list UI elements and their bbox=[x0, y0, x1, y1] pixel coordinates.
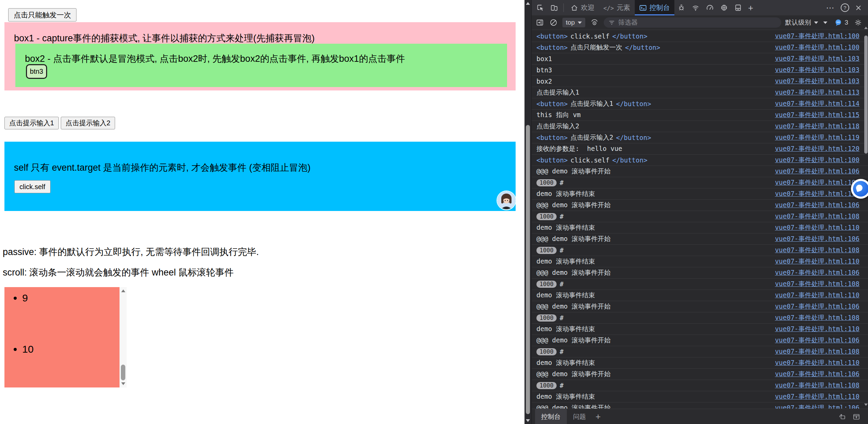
close-devtools-icon[interactable] bbox=[852, 0, 865, 15]
repeat-count-badge: 1000 bbox=[536, 281, 557, 288]
console-scrollbar[interactable] bbox=[864, 30, 868, 409]
devtools-tab-performance[interactable] bbox=[703, 0, 717, 15]
source-link[interactable]: vue07-事件处理.html:106 bbox=[770, 167, 859, 176]
context-selector[interactable]: top bbox=[562, 18, 585, 27]
scroll-up-icon[interactable] bbox=[121, 289, 125, 292]
console-icon bbox=[639, 4, 647, 12]
console-settings-gear-icon[interactable] bbox=[853, 18, 863, 27]
element-text: 点击提示输入1 bbox=[571, 99, 613, 108]
source-link[interactable]: vue07-事件处理.html:120 bbox=[770, 144, 859, 153]
source-link[interactable]: vue07-事件处理.html:106 bbox=[770, 302, 859, 311]
filter-level-dropdown[interactable] bbox=[822, 22, 829, 24]
console-scrollbar-thumb[interactable] bbox=[864, 36, 868, 154]
source-link[interactable]: vue07-事件处理.html:115 bbox=[770, 111, 859, 119]
console-log-row: <button>点击只能触发一次</button>vue07-事件处理.html… bbox=[532, 42, 868, 53]
source-link[interactable]: vue07-事件处理.html:108 bbox=[770, 178, 859, 187]
copilot-floating-button[interactable] bbox=[851, 179, 868, 199]
console-filter-input[interactable]: 筛选器 bbox=[604, 17, 781, 28]
drawer-tab-issues[interactable]: 问题 bbox=[567, 409, 592, 424]
clear-console-icon[interactable] bbox=[548, 18, 559, 27]
more-options-icon[interactable] bbox=[823, 0, 838, 15]
list-scrollbar-thumb[interactable] bbox=[121, 365, 125, 380]
help-icon[interactable] bbox=[841, 3, 849, 12]
devtools-tab-memory[interactable] bbox=[717, 0, 731, 15]
source-link[interactable]: vue07-事件处理.html:100 bbox=[770, 32, 859, 41]
console-log-row: <button>点击提示输入1</button>vue07-事件处理.html:… bbox=[532, 98, 868, 110]
source-link[interactable]: vue07-事件处理.html:110 bbox=[770, 291, 859, 300]
page-scrollbar-thumb[interactable] bbox=[526, 125, 530, 414]
source-link[interactable]: vue07-事件处理.html:108 bbox=[770, 246, 859, 255]
box2-bubble-area[interactable]: box2 - 点击事件默认是冒泡模式, 点击box2时, 先触发box2的点击事… bbox=[15, 44, 507, 87]
list-scrollbar[interactable] bbox=[120, 287, 127, 387]
source-link[interactable]: vue07-事件处理.html:108 bbox=[770, 347, 859, 356]
restore-panel-icon[interactable] bbox=[835, 409, 849, 424]
source-link[interactable]: vue07-事件处理.html:108 bbox=[770, 381, 859, 390]
device-toolbar-icon[interactable] bbox=[547, 0, 561, 15]
tip-input2-button[interactable]: 点击提示输入2 bbox=[61, 117, 115, 129]
repeat-count-badge: 1000 bbox=[536, 247, 557, 254]
drawer-tab-console[interactable]: 控制台 bbox=[535, 409, 567, 424]
live-expression-eye-icon[interactable] bbox=[589, 18, 600, 27]
console-sidebar-icon[interactable] bbox=[535, 19, 545, 26]
scroll-down-icon[interactable] bbox=[864, 404, 868, 406]
source-link[interactable]: vue07-事件处理.html:103 bbox=[770, 54, 859, 63]
click-self-button[interactable]: click.self bbox=[14, 180, 51, 193]
source-link[interactable]: vue07-事件处理.html:100 bbox=[770, 156, 859, 165]
page-scrollbar[interactable] bbox=[524, 0, 531, 424]
source-link[interactable]: vue07-事件处理.html:106 bbox=[770, 201, 859, 210]
devtools-tab-application[interactable] bbox=[731, 0, 745, 15]
source-link[interactable]: vue07-事件处理.html:103 bbox=[770, 66, 859, 74]
source-link[interactable]: vue07-事件处理.html:108 bbox=[770, 212, 859, 221]
source-link[interactable]: vue07-事件处理.html:108 bbox=[770, 280, 859, 288]
source-link[interactable]: vue07-事件处理.html:106 bbox=[770, 370, 859, 379]
tip-input1-button[interactable]: 点击提示输入1 bbox=[4, 117, 59, 129]
devtools-tab-sources[interactable] bbox=[674, 0, 688, 15]
log-text: demo 滚动事件结束 bbox=[536, 189, 595, 198]
issues-counter[interactable]: 3 bbox=[835, 19, 848, 26]
btn3-button[interactable]: btn3 bbox=[26, 64, 47, 79]
avatar[interactable] bbox=[498, 192, 515, 209]
source-link[interactable]: vue07-事件处理.html:106 bbox=[770, 268, 859, 277]
devtools-tab-network[interactable] bbox=[688, 0, 703, 15]
source-link[interactable]: vue07-事件处理.html:110 bbox=[770, 223, 859, 232]
source-link[interactable]: vue07-事件处理.html:119 bbox=[770, 133, 859, 142]
log-text: demo 滚动事件结束 bbox=[536, 291, 595, 300]
trigger-once-button[interactable]: 点击只能触发一次 bbox=[8, 8, 76, 22]
source-link[interactable]: vue07-事件处理.html:106 bbox=[770, 235, 859, 243]
devtools-tab-console[interactable]: 控制台 bbox=[635, 0, 674, 15]
source-link[interactable]: vue07-事件处理.html:118 bbox=[770, 122, 859, 131]
expand-panel-icon[interactable] bbox=[849, 409, 864, 424]
source-link[interactable]: vue07-事件处理.html:106 bbox=[770, 336, 859, 345]
source-link[interactable]: vue07-事件处理.html:103 bbox=[770, 77, 859, 86]
devtools-tab-more-tools-icon[interactable]: + bbox=[745, 0, 756, 15]
tab-label: 元素 bbox=[617, 3, 630, 12]
scroll-down-icon[interactable] bbox=[526, 419, 530, 422]
source-link[interactable]: vue07-事件处理.html:108 bbox=[770, 313, 859, 322]
source-link[interactable]: vue07-事件处理.html:110 bbox=[770, 325, 859, 334]
click-self-area[interactable]: self 只有 event.target 是当前操作的元素时, 才会触发事件 (… bbox=[4, 142, 516, 211]
inspect-element-icon[interactable] bbox=[534, 0, 547, 15]
source-link[interactable]: vue07-事件处理.html:110 bbox=[770, 257, 859, 266]
scroll-up-icon[interactable] bbox=[526, 2, 530, 5]
source-link[interactable]: vue07-事件处理.html:110 bbox=[770, 189, 859, 198]
log-text: # bbox=[560, 382, 563, 389]
console-log-row: demo 滚动事件结束vue07-事件处理.html:110 bbox=[532, 357, 868, 369]
source-link[interactable]: vue07-事件处理.html:110 bbox=[770, 392, 859, 401]
box1-capture-area[interactable]: box1 - capture事件的捕获模式, 让事件以捕获的方式来处理(先捕获再… bbox=[4, 22, 516, 90]
context-selector-label: top bbox=[566, 19, 575, 26]
scroll-down-icon[interactable] bbox=[121, 382, 125, 385]
devtools-tab-welcome[interactable]: 欢迎 bbox=[566, 0, 599, 15]
tag-open: <button> bbox=[536, 134, 568, 141]
source-link[interactable]: vue07-事件处理.html:114 bbox=[770, 99, 859, 108]
source-link[interactable]: vue07-事件处理.html:106 bbox=[770, 404, 859, 409]
source-link[interactable]: vue07-事件处理.html:113 bbox=[770, 88, 859, 97]
log-text: this 指向 vm bbox=[536, 111, 581, 119]
filter-placeholder: 筛选器 bbox=[618, 18, 638, 27]
scroll-up-icon[interactable] bbox=[864, 27, 868, 29]
devtools-tab-elements[interactable]: 元素 bbox=[599, 0, 635, 15]
source-link[interactable]: vue07-事件处理.html:110 bbox=[770, 358, 859, 367]
log-level-dropdown[interactable]: 默认级别 bbox=[785, 18, 818, 27]
add-drawer-tab-icon[interactable] bbox=[592, 409, 604, 424]
source-link[interactable]: vue07-事件处理.html:100 bbox=[770, 43, 859, 52]
scroll-demo-list[interactable]: 910 bbox=[4, 287, 120, 387]
